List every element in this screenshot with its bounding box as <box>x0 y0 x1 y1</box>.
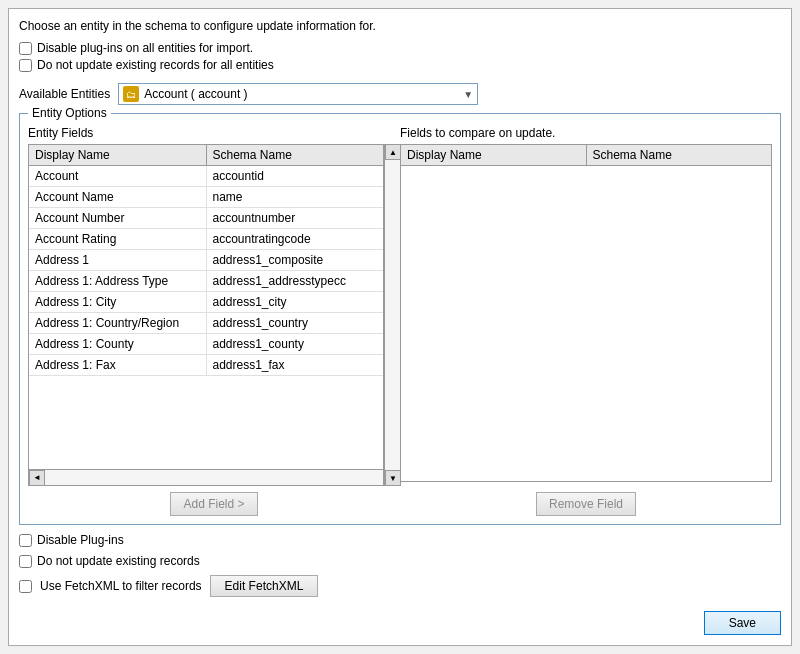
schema-name-cell: address1_composite <box>207 250 384 270</box>
disable-plugins-all-label: Disable plug-ins on all entities for imp… <box>37 41 253 55</box>
entity-icon: 🗂 <box>123 86 139 102</box>
right-table-wrapper: Display Name Schema Name <box>400 144 772 482</box>
no-update-row-bottom: Do not update existing records <box>19 554 781 568</box>
compare-fields-body[interactable] <box>401 166 771 481</box>
display-name-cell: Address 1: City <box>29 292 207 312</box>
no-update-label: Do not update existing records <box>37 554 200 568</box>
left-table-wrapper: Display Name Schema Name Accountaccounti… <box>28 144 400 486</box>
schema-name-cell: address1_country <box>207 313 384 333</box>
schema-name-cell: accountnumber <box>207 208 384 228</box>
entity-fields-panel: Entity Fields Display Name Schema Name A… <box>28 126 400 516</box>
table-row[interactable]: Account Namename <box>29 187 383 208</box>
table-row[interactable]: Address 1: Country/Regionaddress1_countr… <box>29 313 383 334</box>
schema-name-cell: name <box>207 187 384 207</box>
disable-plugins-row: Disable plug-ins on all entities for imp… <box>19 41 781 55</box>
schema-name-cell: accountratingcode <box>207 229 384 249</box>
right-col1-header: Display Name <box>401 145 587 165</box>
display-name-cell: Account <box>29 166 207 186</box>
edit-fetchxml-button[interactable]: Edit FetchXML <box>210 575 319 597</box>
no-update-all-label: Do not update existing records for all e… <box>37 58 274 72</box>
table-row[interactable]: Address 1: Faxaddress1_fax <box>29 355 383 376</box>
fetchxml-row: Use FetchXML to filter records Edit Fetc… <box>19 575 781 597</box>
dropdown-arrow-icon: ▼ <box>463 89 473 100</box>
compare-fields-panel: Fields to compare on update. Display Nam… <box>400 126 772 516</box>
schema-name-cell: address1_county <box>207 334 384 354</box>
h-scrollbar: ◄ <box>29 469 383 485</box>
display-name-cell: Address 1: Address Type <box>29 271 207 291</box>
no-update-checkbox[interactable] <box>19 555 32 568</box>
display-name-cell: Address 1 <box>29 250 207 270</box>
table-row[interactable]: Address 1address1_composite <box>29 250 383 271</box>
schema-name-cell: address1_city <box>207 292 384 312</box>
table-row[interactable]: Accountaccountid <box>29 166 383 187</box>
display-name-cell: Address 1: Country/Region <box>29 313 207 333</box>
right-col2-header: Schema Name <box>587 145 772 165</box>
table-row[interactable]: Account Numberaccountnumber <box>29 208 383 229</box>
page-description: Choose an entity in the schema to config… <box>19 19 781 33</box>
entity-fields-title: Entity Fields <box>28 126 400 140</box>
v-scroll-up-btn[interactable]: ▲ <box>385 144 401 160</box>
disable-plugins-row-bottom: Disable Plug-ins <box>19 533 781 547</box>
table-row[interactable]: Account Ratingaccountratingcode <box>29 229 383 250</box>
use-fetchxml-checkbox[interactable] <box>19 580 32 593</box>
schema-name-cell: address1_addresstypecc <box>207 271 384 291</box>
h-scroll-left-btn[interactable]: ◄ <box>29 470 45 486</box>
bottom-checkboxes: Disable Plug-ins Do not update existing … <box>19 533 781 597</box>
global-options: Disable plug-ins on all entities for imp… <box>19 41 781 75</box>
schema-name-cell: address1_fax <box>207 355 384 375</box>
display-name-cell: Address 1: Fax <box>29 355 207 375</box>
no-update-all-checkbox[interactable] <box>19 59 32 72</box>
v-scrollbar: ▲ ▼ <box>384 144 400 486</box>
v-scroll-down-btn[interactable]: ▼ <box>385 470 401 486</box>
fields-section: Entity Fields Display Name Schema Name A… <box>28 126 772 516</box>
remove-field-button[interactable]: Remove Field <box>536 492 636 516</box>
display-name-cell: Account Rating <box>29 229 207 249</box>
entity-options-group: Entity Options Entity Fields Display Nam… <box>19 113 781 525</box>
use-fetchxml-label: Use FetchXML to filter records <box>40 579 202 593</box>
entity-options-legend: Entity Options <box>28 106 111 120</box>
table-row[interactable]: Address 1: Address Typeaddress1_addresst… <box>29 271 383 292</box>
display-name-cell: Address 1: County <box>29 334 207 354</box>
display-name-cell: Account Name <box>29 187 207 207</box>
entity-fields-body[interactable]: AccountaccountidAccount NamenameAccount … <box>29 166 383 469</box>
disable-plugins-label: Disable Plug-ins <box>37 533 124 547</box>
table-row[interactable]: Address 1: Cityaddress1_city <box>29 292 383 313</box>
no-update-all-row: Do not update existing records for all e… <box>19 58 781 72</box>
h-scroll-track <box>45 470 383 485</box>
entity-fields-header: Display Name Schema Name <box>29 145 383 166</box>
table-row[interactable]: Address 1: Countyaddress1_county <box>29 334 383 355</box>
left-col2-header: Schema Name <box>207 145 384 165</box>
add-field-button[interactable]: Add Field > <box>170 492 257 516</box>
save-row: Save <box>19 611 781 635</box>
disable-plugins-checkbox[interactable] <box>19 534 32 547</box>
available-entities-label: Available Entities <box>19 87 110 101</box>
v-scroll-track <box>385 160 400 470</box>
available-entities-row: Available Entities 🗂 Account ( account )… <box>19 83 781 105</box>
entity-selected-value: Account ( account ) <box>144 87 463 101</box>
display-name-cell: Account Number <box>29 208 207 228</box>
entity-dropdown[interactable]: 🗂 Account ( account ) ▼ <box>118 83 478 105</box>
schema-name-cell: accountid <box>207 166 384 186</box>
save-button[interactable]: Save <box>704 611 781 635</box>
disable-plugins-all-checkbox[interactable] <box>19 42 32 55</box>
bottom-section: Disable Plug-ins Do not update existing … <box>19 533 781 605</box>
entity-fields-table: Display Name Schema Name Accountaccounti… <box>28 144 384 486</box>
left-col1-header: Display Name <box>29 145 207 165</box>
compare-fields-title: Fields to compare on update. <box>400 126 772 140</box>
compare-fields-header: Display Name Schema Name <box>401 145 771 166</box>
compare-fields-table: Display Name Schema Name <box>400 144 772 482</box>
